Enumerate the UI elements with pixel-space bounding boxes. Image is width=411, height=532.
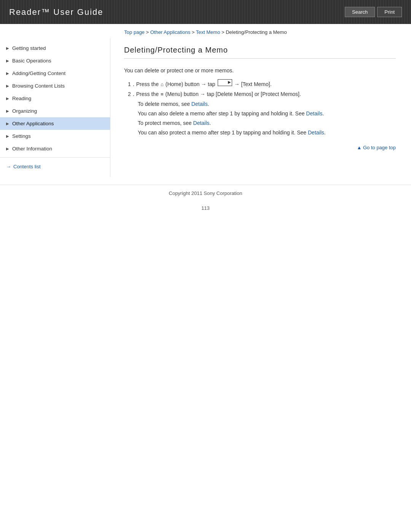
chevron-right-icon: ▶: [6, 96, 9, 101]
intro-text: You can delete or protect one or more me…: [124, 66, 396, 75]
breadcrumb: Top page > Other Applications > Text Mem…: [0, 24, 411, 38]
tap-box: ▶: [218, 79, 232, 86]
sidebar-item-label: Getting started: [12, 45, 46, 51]
step-1-suffix: → [Text Memo].: [234, 81, 272, 87]
sidebar-item-getting-started[interactable]: ▶ Getting started: [0, 42, 110, 54]
sidebar-item-other-applications[interactable]: ▶ Other Applications: [0, 117, 110, 130]
breadcrumb-text-memo[interactable]: Text Memo: [196, 29, 220, 35]
sidebar-item-label: Other Information: [12, 146, 52, 152]
sub-line-1: To delete memos, see Details.: [138, 99, 396, 109]
home-icon: ⌂: [161, 81, 164, 87]
main-content: Deleting/Protecting a Memo You can delet…: [110, 38, 411, 162]
sub4-end: .: [324, 129, 326, 136]
sub-line-3: To protect memos, see Details.: [138, 118, 396, 128]
sidebar-item-adding-getting-content[interactable]: ▶ Adding/Getting Content: [0, 67, 110, 80]
chevron-right-icon: ▶: [6, 59, 9, 63]
contents-list-label: Contents list: [13, 164, 41, 169]
app-title: Reader™ User Guide: [9, 7, 104, 17]
sidebar-item-organizing[interactable]: ▶ Organizing: [0, 105, 110, 117]
sub2-details-link[interactable]: Details: [306, 110, 322, 117]
step-1-line: 1．Press the ⌂ (Home) button → tap ▶ → [T…: [128, 79, 396, 88]
step-2-sub-info: To delete memos, see Details. You can al…: [128, 99, 396, 138]
breadcrumb-sep2: >: [190, 29, 196, 35]
chevron-right-icon: ▶: [6, 147, 9, 151]
go-to-top-link[interactable]: ▲ Go to page top: [357, 145, 396, 150]
step-1-prefix: 1．Press the: [128, 81, 159, 88]
sidebar-item-settings[interactable]: ▶ Settings: [0, 130, 110, 142]
step-2: 2．Press the ≡ (Menu) button → tap [Delet…: [124, 91, 396, 138]
chevron-right-icon: ▶: [6, 121, 9, 126]
sub1-details-link[interactable]: Details: [191, 101, 208, 107]
header: Reader™ User Guide Search Print: [0, 0, 411, 24]
sidebar-item-reading[interactable]: ▶ Reading: [0, 92, 110, 105]
sub-line-4: You can also protect a memo after step 1…: [138, 128, 396, 137]
contents-list-link[interactable]: → Contents list: [0, 160, 110, 173]
sidebar-item-label: Adding/Getting Content: [12, 70, 65, 76]
footer: Copyright 2011 Sony Corporation: [0, 185, 411, 201]
page-title: Deleting/Protecting a Memo: [124, 46, 396, 59]
sidebar-divider: [0, 157, 110, 158]
tap-arrow-icon: ▶: [228, 80, 231, 84]
step-2-line: 2．Press the ≡ (Menu) button → tap [Delet…: [128, 91, 396, 98]
sidebar-item-label: Organizing: [12, 108, 37, 114]
search-button[interactable]: Search: [345, 7, 375, 17]
breadcrumb-sep1: >: [145, 29, 150, 35]
breadcrumb-top-page[interactable]: Top page: [124, 29, 145, 35]
chevron-right-icon: ▶: [6, 134, 9, 138]
sub4-text: You can also protect a memo after step 1…: [138, 129, 308, 136]
step-1: 1．Press the ⌂ (Home) button → tap ▶ → [T…: [124, 79, 396, 88]
sub4-details-link[interactable]: Details: [308, 129, 324, 136]
breadcrumb-current: Deleting/Protecting a Memo: [226, 29, 287, 35]
sidebar-item-basic-operations[interactable]: ▶ Basic Operations: [0, 54, 110, 67]
sidebar-item-label: Settings: [12, 133, 31, 139]
sub3-text: To protect memos, see: [138, 120, 193, 126]
sub3-details-link[interactable]: Details: [193, 120, 210, 126]
breadcrumb-other-applications[interactable]: Other Applications: [150, 29, 191, 35]
sidebar-item-browsing-content-lists[interactable]: ▶ Browsing Content Lists: [0, 80, 110, 92]
breadcrumb-sep3: >: [220, 29, 226, 35]
sidebar-item-label: Basic Operations: [12, 58, 51, 64]
step-1-middle: (Home) button → tap: [166, 81, 215, 87]
sidebar-item-label: Browsing Content Lists: [12, 83, 65, 89]
step-2-prefix: 2．Press the: [128, 91, 159, 98]
go-to-top: ▲ Go to page top: [124, 145, 396, 150]
menu-icon: ≡: [161, 91, 164, 97]
layout: ▶ Getting started ▶ Basic Operations ▶ A…: [0, 38, 411, 177]
sidebar-item-other-information[interactable]: ▶ Other Information: [0, 142, 110, 155]
sidebar: ▶ Getting started ▶ Basic Operations ▶ A…: [0, 38, 110, 177]
header-buttons: Search Print: [345, 7, 402, 17]
chevron-right-icon: ▶: [6, 109, 9, 113]
sub-line-2: You can also delete a memo after step 1 …: [138, 109, 396, 118]
sidebar-item-label: Reading: [12, 96, 31, 101]
chevron-right-icon: ▶: [6, 46, 9, 50]
print-button[interactable]: Print: [377, 7, 402, 17]
step-2-suffix: (Menu) button → tap [Delete Memos] or [P…: [166, 91, 301, 97]
sub2-text: You can also delete a memo after step 1 …: [138, 110, 306, 117]
chevron-right-icon: ▶: [6, 71, 9, 75]
sub3-end: .: [209, 120, 211, 126]
arrow-right-icon: →: [6, 164, 11, 169]
chevron-right-icon: ▶: [6, 84, 9, 88]
sub1-text: To delete memos, see: [138, 101, 191, 107]
copyright-text: Copyright 2011 Sony Corporation: [169, 190, 242, 196]
sub2-end: .: [322, 110, 324, 117]
sidebar-item-label: Other Applications: [12, 121, 54, 126]
page-number: 113: [0, 201, 411, 215]
sub1-end: .: [208, 101, 209, 107]
